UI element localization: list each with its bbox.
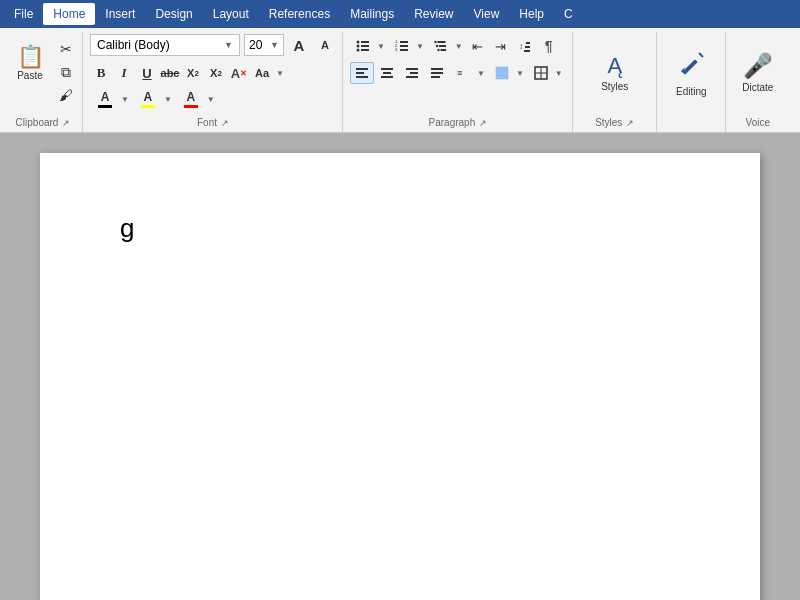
clear-format-button[interactable]: A✕ xyxy=(228,62,250,84)
multilevel-button[interactable] xyxy=(429,35,453,57)
borders-arrow[interactable]: ▼ xyxy=(553,69,565,78)
svg-rect-32 xyxy=(431,72,443,74)
svg-point-12 xyxy=(434,41,436,43)
multilevel-arrow[interactable]: ▼ xyxy=(453,42,465,51)
menu-references[interactable]: References xyxy=(259,3,340,25)
dictate-icon: 🎤 xyxy=(743,52,773,80)
svg-rect-39 xyxy=(682,59,698,75)
text-color-button[interactable]: A xyxy=(177,88,205,110)
shading-arrow[interactable]: ▼ xyxy=(514,69,526,78)
menu-design[interactable]: Design xyxy=(145,3,202,25)
svg-rect-30 xyxy=(406,76,418,78)
menu-mailings[interactable]: Mailings xyxy=(340,3,404,25)
sort-button[interactable]: ↕ xyxy=(513,35,537,57)
menu-file[interactable]: File xyxy=(4,3,43,25)
paste-area: 📋 Paste ✂ ⧉ 🖌 xyxy=(8,34,78,106)
styles-group: Ą Styles Styles ↗ xyxy=(574,32,657,132)
line-spacing-button[interactable]: ≡ xyxy=(451,62,475,84)
align-right-button[interactable] xyxy=(400,62,424,84)
styles-label: Styles xyxy=(601,81,628,92)
svg-rect-31 xyxy=(431,68,443,70)
font-color-button[interactable]: A xyxy=(91,88,119,110)
font-size-dropdown[interactable]: 20 ▼ xyxy=(244,34,284,56)
menu-insert[interactable]: Insert xyxy=(95,3,145,25)
case-arrow[interactable]: ▼ xyxy=(274,69,286,78)
svg-rect-28 xyxy=(406,68,418,70)
font-expand-icon[interactable]: ↗ xyxy=(221,118,229,128)
paragraph-content: ▼ 1.2.3. ▼ ▼ xyxy=(350,34,566,115)
font-group: Calibri (Body) ▼ 20 ▼ A A B I xyxy=(84,32,343,132)
bullets-arrow[interactable]: ▼ xyxy=(375,42,387,51)
align-left-button[interactable] xyxy=(350,62,374,84)
font-name-dropdown[interactable]: Calibri (Body) ▼ xyxy=(90,34,240,56)
case-button[interactable]: Aa xyxy=(251,62,273,84)
menu-view[interactable]: View xyxy=(464,3,510,25)
menu-help[interactable]: Help xyxy=(509,3,554,25)
highlight-wrap: A ▼ xyxy=(133,87,175,111)
svg-rect-7 xyxy=(400,41,408,43)
svg-rect-5 xyxy=(361,49,369,51)
svg-rect-22 xyxy=(356,68,368,70)
borders-button[interactable] xyxy=(529,62,553,84)
paragraph-expand-icon[interactable]: ↗ xyxy=(479,118,487,128)
paste-button[interactable]: 📋 Paste xyxy=(8,34,52,94)
menu-review[interactable]: Review xyxy=(404,3,463,25)
font-color-wrap: A ▼ xyxy=(90,87,132,111)
line-spacing-arrow[interactable]: ▼ xyxy=(475,69,487,78)
format-painter-button[interactable]: 🖌 xyxy=(54,84,78,106)
dictate-button[interactable]: 🎤 Dictate xyxy=(733,45,783,100)
svg-text:≡: ≡ xyxy=(457,68,462,78)
svg-line-41 xyxy=(699,53,703,57)
text-color-arrow[interactable]: ▼ xyxy=(205,95,217,104)
doc-content[interactable]: g xyxy=(120,213,680,244)
app-container: File Home Insert Design Layout Reference… xyxy=(0,0,800,600)
highlight-arrow[interactable]: ▼ xyxy=(162,95,174,104)
svg-rect-24 xyxy=(356,76,368,78)
highlight-bar xyxy=(141,105,155,108)
styles-button[interactable]: Ą Styles xyxy=(580,45,650,100)
numbering-arrow[interactable]: ▼ xyxy=(414,42,426,51)
text-color-bar xyxy=(184,105,198,108)
strikethrough-button[interactable]: abc xyxy=(159,62,181,84)
numbering-wrap: 1.2.3. ▼ xyxy=(389,34,427,58)
svg-rect-21 xyxy=(524,50,530,52)
editing-button[interactable]: Editing xyxy=(664,45,719,101)
align-center-button[interactable] xyxy=(375,62,399,84)
subscript-button[interactable]: X2 xyxy=(182,62,204,84)
svg-point-14 xyxy=(436,45,438,47)
font-size-arrow: ▼ xyxy=(270,40,279,50)
editing-group: Editing x xyxy=(658,32,726,132)
menu-more[interactable]: C xyxy=(554,3,583,25)
bold-button[interactable]: B xyxy=(90,62,112,84)
font-grow-button[interactable]: A xyxy=(288,34,310,56)
italic-button[interactable]: I xyxy=(113,62,135,84)
voice-group: 🎤 Dictate Voice xyxy=(727,32,789,132)
cut-button[interactable]: ✂ xyxy=(54,38,78,60)
underline-button[interactable]: U xyxy=(136,62,158,84)
menu-bar: File Home Insert Design Layout Reference… xyxy=(0,0,800,28)
numbering-button[interactable]: 1.2.3. xyxy=(390,35,414,57)
styles-expand-icon[interactable]: ↗ xyxy=(626,118,634,128)
svg-rect-35 xyxy=(496,67,508,79)
bullets-wrap: ▼ xyxy=(350,34,388,58)
shading-button[interactable] xyxy=(490,62,514,84)
text-color-wrap: A ▼ xyxy=(176,87,218,111)
svg-rect-15 xyxy=(439,45,446,47)
doc-area[interactable]: g xyxy=(0,133,800,600)
font-shrink-button[interactable]: A xyxy=(314,34,336,56)
highlight-button[interactable]: A xyxy=(134,88,162,110)
justify-button[interactable] xyxy=(425,62,449,84)
menu-home[interactable]: Home xyxy=(43,3,95,25)
bullets-button[interactable] xyxy=(351,35,375,57)
menu-layout[interactable]: Layout xyxy=(203,3,259,25)
show-formatting-button[interactable]: ¶ xyxy=(538,35,560,57)
decrease-indent-button[interactable]: ⇤ xyxy=(467,35,489,57)
increase-indent-button[interactable]: ⇥ xyxy=(490,35,512,57)
svg-text:3.: 3. xyxy=(395,47,398,52)
clipboard-expand-icon[interactable]: ↗ xyxy=(62,118,70,128)
superscript-button[interactable]: X2 xyxy=(205,62,227,84)
clipboard-label: Clipboard ↗ xyxy=(8,115,78,132)
svg-text:↕: ↕ xyxy=(519,42,523,51)
copy-button[interactable]: ⧉ xyxy=(54,61,78,83)
font-color-arrow[interactable]: ▼ xyxy=(119,95,131,104)
